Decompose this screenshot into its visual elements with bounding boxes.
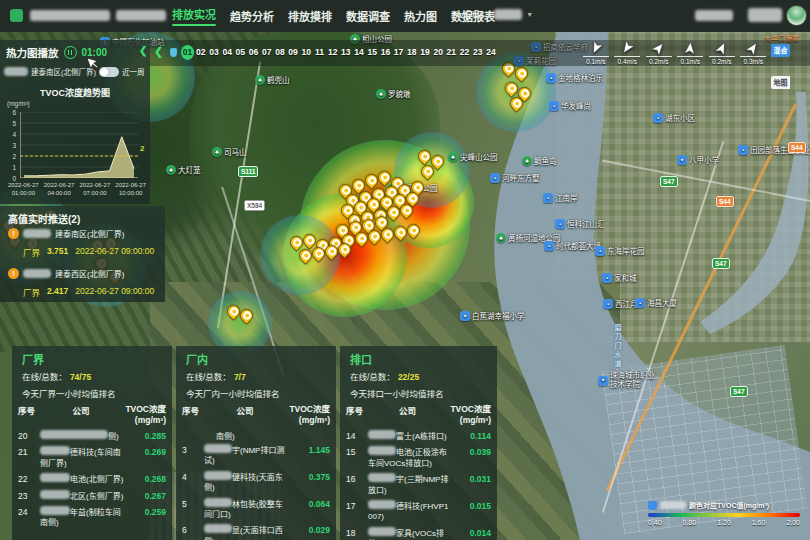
avatar[interactable] <box>786 5 807 26</box>
map-pin[interactable] <box>240 309 251 320</box>
map-pin[interactable] <box>381 228 392 239</box>
table-row[interactable]: 16宇(三期NMP排放口)0.031 <box>346 473 491 496</box>
map-pin[interactable] <box>352 179 363 190</box>
table-row[interactable]: 18家具(VOCs排放0.014 <box>346 527 491 540</box>
nav-item-热力图[interactable]: 热力图 <box>404 8 437 24</box>
map-label-text: 珠海城市职业技术学院 <box>610 372 656 389</box>
panel-subtitle: 今天厂内一小时均值排名 <box>186 387 280 399</box>
map-type-map-button[interactable]: 地图 <box>771 76 790 89</box>
hour-16[interactable]: 16 <box>379 45 392 60</box>
username-redacted[interactable] <box>748 8 782 22</box>
table-row[interactable]: 22电池(北侧厂界)0.268 <box>18 473 166 485</box>
table-row[interactable]: 4健科技(天面东侧)0.375 <box>182 471 330 494</box>
nav-item-排放实况[interactable]: 排放实况 <box>172 6 216 26</box>
map-pin[interactable] <box>411 181 422 192</box>
hour-15[interactable]: 15 <box>366 45 379 60</box>
hour-08[interactable]: 08 <box>273 45 286 60</box>
map-pin[interactable] <box>355 232 366 243</box>
range-label[interactable]: 近一周 <box>122 66 145 77</box>
map-pin[interactable] <box>431 155 442 166</box>
hour-09[interactable]: 09 <box>287 45 300 60</box>
nav-item-数据调查[interactable]: 数据调查 <box>346 8 390 24</box>
hour-20[interactable]: 20 <box>432 45 445 60</box>
map-pin[interactable] <box>375 216 386 227</box>
map-pin[interactable] <box>505 82 516 93</box>
push-item-name[interactable]: !建泰西区(北侧厂界) <box>8 268 124 279</box>
map-pin[interactable] <box>406 192 417 203</box>
map-pin[interactable] <box>312 247 323 258</box>
table-row[interactable]: 21德科技(车间南侧厂界)0.269 <box>18 446 166 469</box>
map-pin[interactable] <box>510 97 521 108</box>
map-pin[interactable] <box>299 249 310 260</box>
table-row[interactable]: 17德科技(FHVP1007)0.015 <box>346 500 491 523</box>
header-item-redacted[interactable] <box>695 10 733 21</box>
hour-24[interactable]: 24 <box>484 45 497 60</box>
table-rows: 14富士(A栋排口)0.11415电池(正极涂布车间VOCs排放口)0.0391… <box>346 430 491 540</box>
map-pin[interactable] <box>290 236 301 247</box>
col-value: TVOC浓度(mg/m³) <box>286 404 330 425</box>
map-pin[interactable] <box>227 305 238 316</box>
map-pin[interactable] <box>421 165 432 176</box>
hour-12[interactable]: 12 <box>326 45 339 60</box>
hour-04[interactable]: 04 <box>221 45 234 60</box>
vocs-selector[interactable]: VOCs / ▼ <box>458 9 533 20</box>
table-row[interactable]: 3宇(NMP排口测试)1.145 <box>182 444 330 467</box>
map-pin[interactable] <box>367 198 378 209</box>
table-row[interactable]: 23北区(东侧厂界)0.267 <box>18 490 166 502</box>
col-no: 序号 <box>182 404 204 425</box>
chevron-left-icon[interactable]: ❮ <box>154 45 163 58</box>
pause-icon[interactable] <box>64 46 77 59</box>
hour-03[interactable]: 03 <box>207 45 220 60</box>
map-pin[interactable] <box>303 234 314 245</box>
hour-06[interactable]: 06 <box>247 45 260 60</box>
map-pin[interactable] <box>368 230 379 241</box>
map-pin[interactable] <box>418 150 429 161</box>
map-pin[interactable] <box>365 174 376 185</box>
wind-arrow-icon <box>589 41 603 55</box>
hour-13[interactable]: 13 <box>339 45 352 60</box>
nav-item-排放摸排[interactable]: 排放摸排 <box>288 8 332 24</box>
row-no: 24 <box>18 506 40 517</box>
row-value: 0.031 <box>451 473 491 484</box>
map-pin[interactable] <box>407 224 418 235</box>
ranking-panel-厂内: 厂内在线/总数：7/7今天厂内一小时均值排名序号公司TVOC浓度(mg/m³)南… <box>176 346 336 540</box>
nav-item-趋势分析[interactable]: 趋势分析 <box>230 8 274 24</box>
hour-05[interactable]: 05 <box>234 45 247 60</box>
push-item-name[interactable]: !建泰南区(北侧厂界) <box>8 228 124 239</box>
map-pin[interactable] <box>400 204 411 215</box>
hour-22[interactable]: 22 <box>458 45 471 60</box>
map-pin[interactable] <box>349 221 360 232</box>
hour-14[interactable]: 14 <box>352 45 365 60</box>
hour-11[interactable]: 11 <box>313 45 326 60</box>
hour-01[interactable]: 01 <box>181 45 194 60</box>
map-pin[interactable] <box>378 171 389 182</box>
company-redacted <box>368 473 396 482</box>
hour-02[interactable]: 02 <box>194 45 207 60</box>
tree-icon: ♣ <box>166 165 176 175</box>
hour-18[interactable]: 18 <box>405 45 418 60</box>
map-pin[interactable] <box>338 243 349 254</box>
hour-17[interactable]: 17 <box>392 45 405 60</box>
map-type-hybrid-button[interactable]: 混合 <box>771 44 790 57</box>
hour-07[interactable]: 07 <box>260 45 273 60</box>
table-row[interactable]: 15电池(正极涂布车间VOCs排放口)0.039 <box>346 446 491 469</box>
map-pin[interactable] <box>387 206 398 217</box>
map-pin[interactable] <box>515 67 526 78</box>
map-pin[interactable] <box>394 226 405 237</box>
map-pin[interactable] <box>325 245 336 256</box>
map-label-text: 大灯笼 <box>178 164 201 175</box>
table-row[interactable]: 14富士(A栋排口)0.114 <box>346 430 491 442</box>
table-row[interactable]: 5林包装(胶整车间门口)0.064 <box>182 498 330 521</box>
hour-23[interactable]: 23 <box>471 45 484 60</box>
table-row[interactable]: 20侧)0.285 <box>18 430 166 442</box>
hour-10[interactable]: 10 <box>300 45 313 60</box>
row-no: 17 <box>346 500 368 511</box>
collapse-chevron-icon[interactable]: ❮ <box>139 45 147 56</box>
table-row[interactable]: 24年益(制粒车间南侧)0.259 <box>18 506 166 529</box>
hour-19[interactable]: 19 <box>418 45 431 60</box>
hour-21[interactable]: 21 <box>445 45 458 60</box>
table-row[interactable]: 6显(天面排口西侧)0.029 <box>182 524 330 540</box>
station-toggle[interactable] <box>99 67 119 77</box>
row-company: 显(天面排口西侧) <box>204 524 290 540</box>
map-pin[interactable] <box>362 219 373 230</box>
